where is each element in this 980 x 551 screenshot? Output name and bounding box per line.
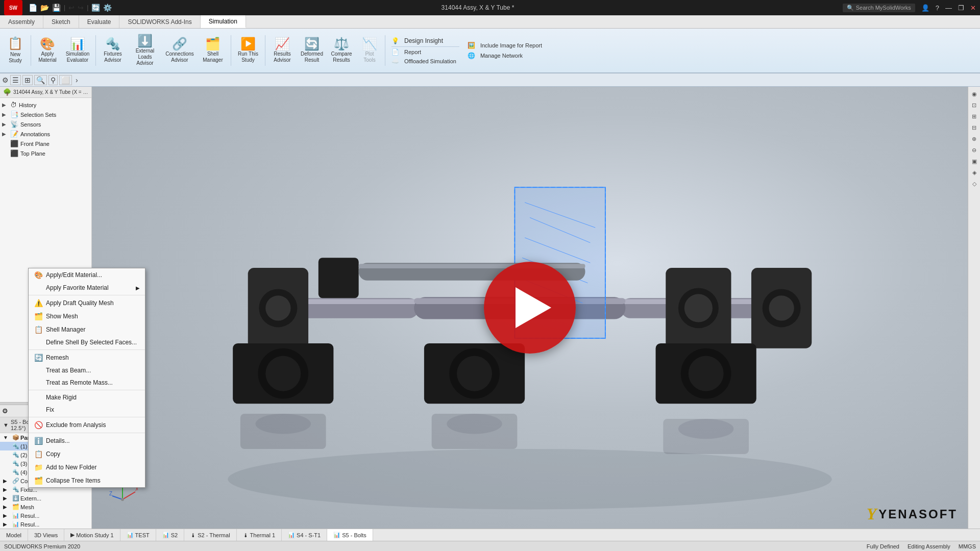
tree-item-top-plane[interactable]: ⬛ Top Plane — [0, 148, 91, 158]
view-icon-2[interactable]: ⊡ — [969, 100, 979, 110]
sim-item-results1[interactable]: ▶ 📊 Resul... — [0, 511, 91, 520]
fixtures-advisor-button[interactable]: 🔩 FixturesAdvisor — [98, 31, 128, 70]
open-button[interactable]: 📂 — [39, 3, 50, 13]
apply-edit-material-label: Apply/Edit Material... — [46, 271, 102, 279]
restore-button[interactable]: ❐ — [958, 4, 964, 12]
tree-icon-3[interactable]: 🔍 — [34, 75, 47, 85]
tab-s5-bolts[interactable]: 📊 S5 - Bolts — [327, 529, 373, 541]
view-icon-6[interactable]: ⊖ — [969, 145, 979, 155]
close-button[interactable]: ✕ — [970, 4, 976, 12]
tree-icon-1[interactable]: ☰ — [10, 75, 21, 85]
tab-motion-study-1[interactable]: ▶ Motion Study 1 — [64, 529, 120, 541]
view-icon-3[interactable]: ⊞ — [969, 111, 979, 121]
external-loads-advisor-button[interactable]: ⬇️ External LoadsAdvisor — [128, 31, 162, 70]
ctx-details[interactable]: ℹ️ Details... — [29, 434, 145, 447]
deformed-result-button[interactable]: 🔄 DeformedResult — [297, 31, 327, 70]
ctx-exclude-from-analysis[interactable]: 🚫 Exclude from Analysis — [29, 418, 145, 432]
sim-item-external[interactable]: ▶ ⬇️ Extern... — [0, 494, 91, 503]
ctx-shell-manager[interactable]: 📋 Shell Manager — [29, 323, 145, 336]
tab-s2[interactable]: 📊 S2 — [156, 529, 184, 541]
tree-item-front-plane[interactable]: ⬛ Front Plane — [0, 139, 91, 148]
options-button[interactable]: ⚙️ — [102, 3, 113, 13]
tree-item-selection-sets[interactable]: ▶ 📑 Selection Sets — [0, 110, 91, 119]
sim-item-results2[interactable]: ▶ 📊 Resul... — [0, 520, 91, 529]
tab-sketch[interactable]: Sketch — [43, 15, 79, 28]
shell-manager-label: ShellManager — [203, 51, 223, 63]
tree-item-history[interactable]: ▶ ⏱ History — [0, 100, 91, 110]
offloaded-simulation-button[interactable]: Offloaded Simulation — [401, 57, 459, 65]
connections-advisor-button[interactable]: 🔗 ConnectionsAdvisor — [162, 31, 197, 70]
ctx-add-to-new-folder[interactable]: 📁 Add to New Folder — [29, 461, 145, 474]
tab-simulation[interactable]: Simulation — [201, 15, 246, 28]
ctx-define-shell[interactable]: Define Shell By Selected Faces... — [29, 336, 145, 348]
new-study-button[interactable]: 📋 NewStudy — [2, 31, 29, 70]
separator-5 — [29, 433, 145, 433]
ctx-copy[interactable]: 📋 Copy — [29, 447, 145, 461]
tab-solidworks-addins[interactable]: SOLIDWORKS Add-Ins — [119, 15, 200, 28]
minimize-button[interactable]: — — [945, 4, 952, 12]
treat-beam-label: Treat as Beam... — [46, 367, 91, 374]
ctx-apply-favorite-material[interactable]: Apply Favorite Material ▶ — [29, 282, 145, 294]
tree-icon-2[interactable]: ⊞ — [22, 75, 33, 85]
view-icon-1[interactable]: ◉ — [969, 89, 979, 99]
tree-item-sensors[interactable]: ▶ 📡 Sensors — [0, 119, 91, 129]
viewport[interactable]: X Y Z Y YENASOFT — [92, 87, 968, 529]
tab-evaluate[interactable]: Evaluate — [79, 15, 120, 28]
ctx-make-rigid[interactable]: Make Rigid — [29, 391, 145, 404]
ctx-treat-as-remote-mass[interactable]: Treat as Remote Mass... — [29, 377, 145, 389]
manage-network-button[interactable]: Manage Network — [477, 52, 526, 60]
watermark-text: YENASOFT — [878, 507, 958, 521]
ctx-treat-as-beam[interactable]: Treat as Beam... — [29, 364, 145, 377]
conn-expand-icon: ▶ — [3, 478, 11, 484]
apply-material-button[interactable]: 🎨 ApplyMaterial — [33, 31, 62, 70]
tree-expand-icon[interactable]: › — [76, 76, 78, 84]
filter-icon[interactable]: ⚙ — [2, 76, 9, 84]
ctx-collapse-tree-items[interactable]: 🗂️ Collapse Tree Items — [29, 474, 145, 487]
user-icon[interactable]: 👤 — [921, 4, 929, 12]
shell-manager-button[interactable]: 🗂️ ShellManager — [197, 31, 229, 70]
save-button[interactable]: 💾 — [51, 3, 62, 13]
ribbon: 📋 NewStudy 🎨 ApplyMaterial 📊 SimulationE… — [0, 29, 980, 73]
search-box[interactable]: 🔍 Search MySolidWorks — [843, 4, 915, 12]
redo-button[interactable]: ↪ — [77, 3, 85, 13]
report-button[interactable]: Report — [401, 48, 424, 56]
tab-s2-thermal[interactable]: 🌡 S2 - Thermal — [184, 529, 236, 541]
tab-assembly[interactable]: Assembly — [0, 15, 43, 28]
help-button[interactable]: ? — [936, 4, 939, 12]
view-icon-7[interactable]: ▣ — [969, 156, 979, 166]
tree-icon-5[interactable]: ⬜ — [59, 75, 72, 85]
undo-button[interactable]: ↩ — [67, 3, 76, 13]
view-icon-5[interactable]: ⊕ — [969, 134, 979, 144]
tab-model[interactable]: Model — [0, 529, 28, 541]
new-button[interactable]: 📄 — [28, 3, 38, 13]
run-this-study-button[interactable]: ▶️ Run ThisStudy — [233, 31, 263, 70]
include-image-button[interactable]: Include Image for Report — [477, 41, 545, 49]
sim-filter-icon[interactable]: ⚙ — [2, 407, 8, 415]
play-button[interactable] — [484, 262, 576, 354]
ctx-show-mesh[interactable]: 🗂️ Show Mesh — [29, 310, 145, 323]
tab-thermal-1[interactable]: 🌡 Thermal 1 — [237, 529, 282, 541]
offloaded-simulation-icon: ☁️ — [391, 58, 399, 65]
rebuild-button[interactable]: 🔄 — [90, 3, 101, 13]
ctx-apply-edit-material[interactable]: 🎨 Apply/Edit Material... — [29, 268, 145, 282]
compare-results-button[interactable]: ⚖️ CompareResults — [327, 31, 356, 70]
tree-icon-4[interactable]: ⚲ — [48, 75, 58, 85]
plot-tools-button[interactable]: 📉 Plot Tools — [356, 31, 383, 70]
design-insight-button[interactable]: Design Insight — [401, 36, 446, 45]
fix-expand-icon: ▶ — [3, 487, 11, 492]
view-icon-4[interactable]: ⊟ — [969, 122, 979, 133]
tab-3d-views[interactable]: 3D Views — [28, 529, 64, 541]
ctx-remesh[interactable]: 🔄 Remesh — [29, 351, 145, 364]
svg-point-6 — [121, 498, 124, 501]
view-icon-8[interactable]: ◈ — [969, 167, 979, 178]
sim-item-mesh[interactable]: ▶ 🗂️ Mesh — [0, 503, 91, 511]
tab-s4-s-t1[interactable]: 📊 S4 - S-T1 — [282, 529, 327, 541]
view-icon-9[interactable]: ◇ — [969, 179, 979, 189]
tree-item-annotations[interactable]: ▶ 📝 Annotations — [0, 129, 91, 139]
simulation-evaluator-button[interactable]: 📊 SimulationEvaluator — [62, 31, 93, 70]
s2-thermal-icon: 🌡 — [190, 532, 196, 538]
ctx-fix[interactable]: Fix — [29, 404, 145, 416]
tab-test[interactable]: 📊 TEST — [120, 529, 156, 541]
ctx-apply-draft-quality-mesh[interactable]: ⚠️ Apply Draft Quality Mesh — [29, 296, 145, 310]
results-advisor-button[interactable]: 📈 ResultsAdvisor — [267, 31, 297, 70]
